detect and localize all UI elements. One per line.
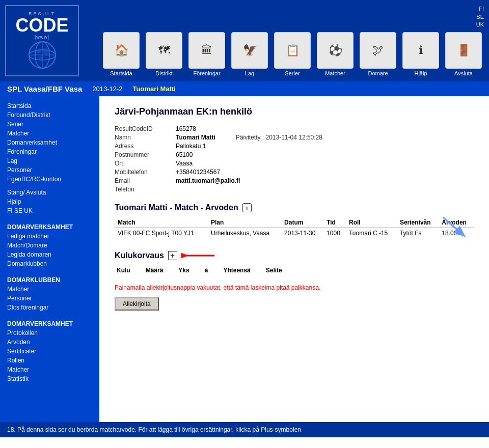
- breadcrumb-org: SPL Vaasa/FBF Vasa: [7, 85, 82, 93]
- sidebar-item-stang[interactable]: Stäng/ Avsluta: [0, 188, 99, 197]
- kulu-col-määrä: Määrä: [146, 267, 164, 274]
- nav-item-hjalp[interactable]: ℹ Hjälp: [400, 32, 441, 76]
- sidebar-item-hjalp2[interactable]: Hjälp: [0, 197, 99, 206]
- kulu-title: Kulukorvaus: [115, 251, 164, 260]
- nav-icon-domare[interactable]: 🕊: [360, 32, 396, 69]
- sidebar-section-domarklubben: DOMARKLUBBEN: [0, 272, 99, 285]
- sidebar-item-serier[interactable]: Serier: [0, 120, 99, 129]
- sidebar-item-rollen[interactable]: Rollen: [0, 356, 99, 365]
- label-resultcodeid: ResultCodeID: [115, 125, 176, 132]
- svg-line-5: [443, 217, 464, 235]
- kulu-section: Kulukorvaus + KuluMääräYksáYhteensäSelit…: [115, 248, 474, 274]
- sidebar-item-sertificater[interactable]: Sertificater: [0, 347, 99, 356]
- sidebar-item-matchdomare[interactable]: Match/Domare: [0, 241, 99, 250]
- sign-button[interactable]: Allekirjoita: [115, 297, 159, 311]
- nav-icons: 🏠 Startsida 🗺 Distrikt 🏛 Föreningar 🦅 La…: [101, 32, 484, 76]
- red-arrow-icon: [181, 248, 217, 263]
- row-mobiltelefon: Mobiltelefon +358401234567: [115, 169, 474, 176]
- info-icon[interactable]: i: [242, 203, 252, 212]
- match-col-roll: Roll: [346, 217, 397, 228]
- sidebar-item-lag[interactable]: Lag: [0, 156, 99, 165]
- nav-item-foreningar[interactable]: 🏛 Föreningar: [186, 32, 227, 76]
- nav-icon-avsluta[interactable]: 🚪: [445, 32, 482, 69]
- sidebar-item-legida[interactable]: Legida domaren: [0, 250, 99, 259]
- label-adress: Adress: [115, 143, 176, 150]
- nav-icon-foreningar[interactable]: 🏛: [188, 32, 225, 69]
- footer-text: 18. På denna sida ser du berörda matchar…: [7, 426, 301, 433]
- sidebar-item-protokollen[interactable]: Protokollen: [0, 328, 99, 338]
- sidebar-item-domarverksamhet[interactable]: Domarverksamhet: [0, 138, 99, 147]
- label-postnummer: Postnummer: [115, 151, 176, 158]
- sidebar-item-arvoden[interactable]: Arvoden: [0, 338, 99, 347]
- sidebar-item-matcher3[interactable]: Matcher: [0, 365, 99, 374]
- nav-label-hjalp: Hjälp: [414, 70, 427, 76]
- nav-item-domare[interactable]: 🕊 Domare: [358, 32, 398, 76]
- page-title: Järvi-Pohjanmaan EK:n henkilö: [115, 106, 474, 117]
- kulu-col-á: á: [205, 267, 208, 274]
- breadcrumb-date: 2013-12-2: [92, 85, 122, 93]
- value-updated: Päivitetty : 2013-11-04 12:50:28: [236, 134, 322, 141]
- row-postnummer: Postnummer 65100: [115, 151, 474, 158]
- nav-item-distrikt[interactable]: 🗺 Distrikt: [144, 32, 184, 76]
- kulu-col-kulu: Kulu: [117, 267, 130, 274]
- sidebar-item-matcher2[interactable]: Matcher: [0, 285, 99, 294]
- match-col-plan: Plan: [208, 217, 281, 228]
- label-mobiltelefon: Mobiltelefon: [115, 169, 176, 176]
- kulu-col-yks: Yks: [178, 267, 189, 274]
- sidebar-item-personer[interactable]: Personer: [0, 165, 99, 175]
- nav-item-matcher[interactable]: ⚽ Matcher: [315, 32, 356, 76]
- nav-icon-hjalp[interactable]: ℹ: [402, 32, 439, 69]
- sidebar-item-domarklubben[interactable]: Domarklubben: [0, 259, 99, 268]
- lang-links: FI SE UK: [476, 5, 484, 29]
- main-layout: StartsidaFörbund/DistriktSerierMatcherDo…: [0, 96, 489, 422]
- match-col-serienivån: Serienivån: [397, 217, 439, 228]
- nav-item-avsluta[interactable]: 🚪 Avsluta: [443, 32, 484, 76]
- match-col-datum: Datum: [281, 217, 323, 228]
- nav-item-serier[interactable]: 📋 Serier: [272, 32, 313, 76]
- match-cell-0-5: Tytöt Fs: [397, 228, 439, 239]
- match-cell-0-1: Urheilukeskus, Vaasa: [208, 228, 281, 239]
- nav-item-startsida[interactable]: 🏠 Startsida: [101, 32, 142, 76]
- breadcrumb-bar: SPL Vaasa/FBF Vasa 2013-12-2 Tuomari Mat…: [0, 81, 489, 96]
- nav-label-domare: Domare: [368, 70, 388, 76]
- logo-www: |www|: [35, 35, 49, 40]
- sidebar-item-lediga[interactable]: Lediga matcher: [0, 232, 99, 241]
- nav-label-lag: Lag: [245, 70, 254, 76]
- nav-icon-matcher[interactable]: ⚽: [317, 32, 354, 69]
- value-mobiltelefon: +358401234567: [176, 169, 220, 176]
- sidebar-item-matcher[interactable]: Matcher: [0, 129, 99, 138]
- nav-label-startsida: Startsida: [110, 70, 132, 76]
- sidebar-item-statistik[interactable]: Statistik: [0, 374, 99, 383]
- value-namn: Tuomari Matti: [176, 134, 215, 141]
- label-telefon: Telefon: [115, 186, 176, 193]
- sidebar-section-domarverksamhet2: DOMARVERKSAMHET: [0, 316, 99, 328]
- plus-button[interactable]: +: [168, 251, 177, 260]
- nav-icon-distrikt[interactable]: 🗺: [146, 32, 182, 69]
- sidebar-item-dkforeningar[interactable]: Dk:s föreningar: [0, 303, 99, 312]
- lang-uk[interactable]: UK: [476, 21, 484, 29]
- nav-icon-startsida[interactable]: 🏠: [103, 32, 140, 69]
- value-resultcodeid: 165278: [176, 125, 196, 132]
- sidebar-item-forbund[interactable]: Förbund/Distrikt: [0, 110, 99, 120]
- sidebar-item-startsida[interactable]: Startsida: [0, 101, 99, 110]
- blue-arrow-icon: [438, 212, 469, 238]
- nav-item-lag[interactable]: 🦅 Lag: [229, 32, 270, 76]
- nav-icon-lag[interactable]: 🦅: [231, 32, 268, 69]
- match-cell-0-2: 2013-11-30: [281, 228, 323, 239]
- row-telefon: Telefon: [115, 186, 474, 193]
- label-email: Email: [115, 177, 176, 184]
- match-col-match: Match: [115, 217, 208, 228]
- lang-se[interactable]: SE: [476, 13, 484, 21]
- nav-section: FI SE UK 🏠 Startsida 🗺 Distrikt 🏛 Föreni…: [79, 5, 484, 76]
- nav-icon-serier[interactable]: 📋: [274, 32, 311, 69]
- lang-fi[interactable]: FI: [479, 5, 484, 13]
- kulu-col-selite: Selite: [266, 267, 282, 274]
- value-email: matti.tuomari@pallo.fi: [176, 177, 240, 184]
- top-header: RESULT CODE |www| FI SE UK 🏠 Startsida 🗺…: [0, 0, 489, 81]
- sidebar-item-personer2[interactable]: Personer: [0, 294, 99, 303]
- sidebar-item-foreningar[interactable]: Föreningar: [0, 147, 99, 156]
- sidebar-item-egenrc[interactable]: EgenRC/RC-konton: [0, 175, 99, 184]
- sidebar-lang: FI SE UK: [0, 206, 99, 215]
- match-cell-0-0: VIFK 00-FC Sport-j T00 YJ1: [115, 228, 208, 239]
- match-section-header: Tuomari Matti - Match - Arvoden i: [115, 203, 474, 212]
